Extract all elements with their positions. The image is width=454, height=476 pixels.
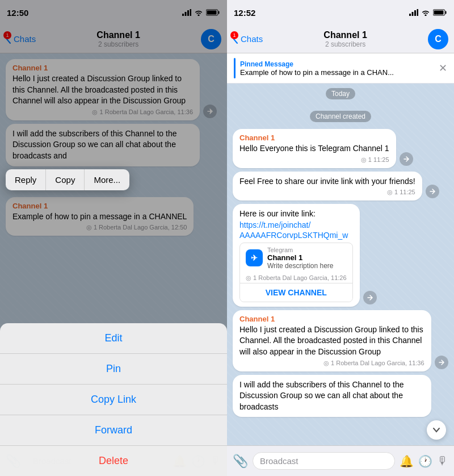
- pin-indicator: [234, 58, 236, 78]
- action-delete[interactable]: Delete: [0, 446, 227, 476]
- right-msg2-text: Feel Free to share our invite link with …: [239, 176, 415, 187]
- right-msg2-forward[interactable]: [426, 185, 439, 198]
- right-status-bar: 12:52: [227, 0, 454, 25]
- view-channel-button[interactable]: VIEW CHANNEL: [240, 283, 352, 302]
- right-msg1-sender: Channel 1: [239, 133, 389, 142]
- chevron-down-icon: [432, 426, 440, 434]
- right-msg4-sender: Channel 1: [239, 315, 424, 323]
- reply-button[interactable]: Reply: [6, 169, 46, 190]
- svg-rect-9: [414, 10, 416, 16]
- right-forward2-icon: [429, 188, 436, 195]
- svg-rect-7: [409, 14, 411, 16]
- right-avatar[interactable]: C: [428, 29, 448, 49]
- right-subscribers: 2 subscribers: [263, 40, 428, 48]
- right-wifi-icon: [421, 9, 430, 16]
- right-msg2-meta: ◎ 1 11:25: [239, 189, 415, 196]
- right-msg3-link[interactable]: https://t.me/joinchat/AAAAAFRCorvpLSKTHQ…: [239, 220, 348, 240]
- more-button[interactable]: More...: [85, 169, 129, 190]
- pinned-banner: Pinned Message Example of how to pin a m…: [227, 53, 454, 83]
- svg-rect-8: [412, 12, 414, 16]
- right-mic-icon[interactable]: 🎙: [437, 454, 448, 467]
- svg-rect-13: [434, 11, 444, 15]
- right-attachment-icon[interactable]: 📎: [233, 454, 248, 469]
- right-bottom-bar: 📎 Broadcast 🔔 🕐 🎙: [227, 445, 454, 476]
- card-info: Telegram Channel 1 Write description her…: [267, 247, 334, 270]
- right-battery-icon: [433, 9, 447, 16]
- right-channel-name: Channel 1: [263, 30, 428, 40]
- right-message-1: Channel 1 Hello Everyone this is Telegra…: [233, 129, 396, 168]
- copy-button[interactable]: Copy: [46, 169, 85, 190]
- card-logo: ✈: [246, 249, 263, 266]
- right-sticker-icon[interactable]: 🕐: [418, 454, 432, 468]
- action-copy-link[interactable]: Copy Link: [0, 385, 227, 415]
- action-forward[interactable]: Forward: [0, 415, 227, 446]
- pin-content: Example of how to pin a message in a CHA…: [240, 68, 434, 77]
- right-message-2: Feel Free to share our invite link with …: [233, 172, 422, 201]
- action-sheet: Edit Pin Copy Link Forward Delete: [0, 323, 227, 476]
- right-msg3-forward[interactable]: [363, 291, 377, 304]
- card-meta: ◎ 1 Roberta Dal Lago Garcia, 11:26: [240, 273, 352, 283]
- right-badge: 1: [230, 31, 238, 39]
- right-message-3: Here is our invite link: https://t.me/jo…: [233, 204, 360, 307]
- right-msg4-meta: ◎ 1 Roberta Dal Lago Garcia, 11:36: [239, 360, 424, 367]
- right-channel-info: Channel 1 2 subscribers: [263, 30, 428, 48]
- right-bell-icon[interactable]: 🔔: [400, 454, 414, 468]
- right-back-button[interactable]: 1 Chats: [233, 34, 263, 44]
- pin-label: Pinned Message: [240, 60, 434, 68]
- right-signal-icon: [409, 9, 418, 16]
- right-message-4: Channel 1 Hello I just created a Discuss…: [233, 310, 431, 371]
- card-header: ✈ Telegram Channel 1 Write description h…: [240, 243, 352, 273]
- channel-preview-card: ✈ Telegram Channel 1 Write description h…: [239, 243, 353, 302]
- card-title: Channel 1: [267, 253, 334, 262]
- action-sheet-content: Edit Pin Copy Link Forward Delete: [0, 323, 227, 476]
- right-broadcast-input[interactable]: Broadcast: [253, 452, 395, 470]
- right-forward3-icon: [367, 294, 373, 301]
- right-msg1-meta: ◎ 1 11:25: [239, 156, 389, 164]
- pin-close-button[interactable]: ✕: [439, 62, 447, 74]
- right-nav-bar: 1 Chats Channel 1 2 subscribers C: [227, 25, 454, 53]
- left-panel: 12:50 1 Chats: [0, 0, 227, 476]
- svg-rect-10: [417, 9, 419, 16]
- right-msg1-text: Hello Everyone this is Telegram Channel …: [239, 143, 389, 155]
- today-badge: Today: [233, 88, 448, 98]
- svg-rect-12: [445, 11, 447, 14]
- right-msg3-text: Here is our invite link:: [239, 208, 353, 220]
- card-description: Write description here: [267, 262, 334, 270]
- right-chat-area: Today Channel created Channel 1 Hello Ev…: [227, 83, 454, 445]
- action-pin[interactable]: Pin: [0, 354, 227, 385]
- right-msg4-text: Hello I just created a Discussion Group …: [239, 324, 424, 358]
- right-msg4-forward[interactable]: [435, 356, 448, 369]
- right-back-label: Chats: [241, 34, 263, 44]
- action-edit[interactable]: Edit: [0, 323, 227, 354]
- right-time: 12:52: [234, 8, 255, 18]
- right-msg1-forward[interactable]: [400, 152, 413, 166]
- right-panel: 12:52 1 Chats: [227, 0, 454, 476]
- right-msg5-text: I will add the subscribers of this Chann…: [239, 379, 424, 413]
- scroll-down-button[interactable]: [427, 420, 446, 440]
- pin-text: Pinned Message Example of how to pin a m…: [240, 60, 434, 77]
- context-menu: Reply Copy More...: [6, 169, 129, 190]
- card-brand: Telegram: [267, 247, 334, 253]
- right-status-icons: [409, 9, 447, 16]
- right-forward1-icon: [403, 156, 410, 162]
- right-forward4-icon: [438, 359, 445, 366]
- channel-created-badge: Channel created: [233, 111, 448, 121]
- right-message-5: I will add the subscribers of this Chann…: [233, 375, 431, 417]
